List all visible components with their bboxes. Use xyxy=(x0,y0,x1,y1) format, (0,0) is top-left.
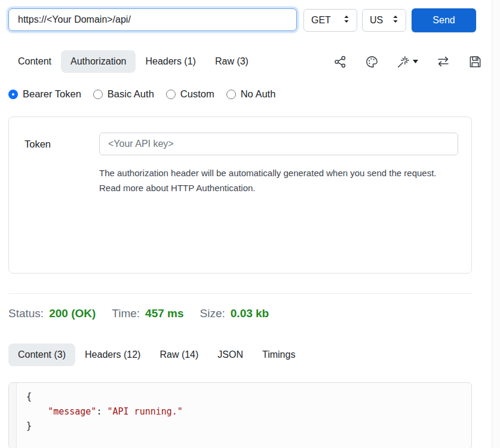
section-divider xyxy=(8,293,472,294)
token-field-row: Token xyxy=(24,133,458,155)
code-gutter xyxy=(9,383,17,448)
magic-wand-icon[interactable] xyxy=(397,55,418,69)
method-select[interactable]: GET xyxy=(303,9,357,32)
tab-raw[interactable]: Raw (3) xyxy=(205,50,258,73)
scrollbar-gutter xyxy=(492,0,500,448)
auth-option-no-auth[interactable]: No Auth xyxy=(226,88,276,100)
status-value: 200 (OK) xyxy=(49,307,96,320)
bearer-token-panel: Token The authorization header will be a… xyxy=(8,116,472,274)
swap-arrows-icon[interactable] xyxy=(436,54,450,69)
response-body-viewer[interactable]: { "message": "API running."} xyxy=(8,382,472,448)
size-group: Size: 0.03 kb xyxy=(200,307,269,320)
token-help-text: The authorization header will be automat… xyxy=(99,165,458,195)
send-button[interactable]: Send xyxy=(412,8,476,32)
tab-content[interactable]: Content xyxy=(8,50,61,73)
auth-option-bearer-token[interactable]: Bearer Token xyxy=(8,88,81,100)
auth-option-custom[interactable]: Custom xyxy=(166,88,214,100)
method-select-value: GET xyxy=(311,15,331,26)
response-tab-content[interactable]: Content (3) xyxy=(8,343,75,366)
response-status-row: Status: 200 (OK) Time: 457 ms Size: 0.03… xyxy=(8,307,500,320)
token-label: Token xyxy=(24,139,99,150)
status-group: Status: 200 (OK) xyxy=(8,307,96,320)
toolbar-icons xyxy=(333,54,482,69)
palette-icon[interactable] xyxy=(365,55,379,69)
radio-unchecked-icon[interactable] xyxy=(93,90,103,99)
updown-arrows-icon xyxy=(392,15,398,26)
status-label: Status: xyxy=(8,307,44,320)
response-tab-raw[interactable]: Raw (14) xyxy=(150,343,208,366)
main-content: GET US Send Content Authorization Header… xyxy=(0,0,500,448)
size-value: 0.03 kb xyxy=(231,307,269,320)
time-value: 457 ms xyxy=(145,307,183,320)
auth-option-label: Custom xyxy=(180,88,214,100)
time-group: Time: 457 ms xyxy=(112,307,183,320)
tab-headers[interactable]: Headers (1) xyxy=(136,50,205,73)
region-select[interactable]: US xyxy=(362,9,406,32)
auth-option-basic-auth[interactable]: Basic Auth xyxy=(93,88,154,100)
url-input[interactable] xyxy=(8,8,297,31)
response-tab-json[interactable]: JSON xyxy=(208,343,253,366)
auth-option-label: Bearer Token xyxy=(23,88,81,100)
response-tab-headers[interactable]: Headers (12) xyxy=(75,343,150,366)
updown-arrows-icon xyxy=(343,15,349,26)
chevron-down-icon xyxy=(413,60,418,63)
time-label: Time: xyxy=(112,307,140,320)
request-tabs: Content Authorization Headers (1) Raw (3… xyxy=(8,50,500,73)
radio-unchecked-icon[interactable] xyxy=(166,90,176,99)
radio-unchecked-icon[interactable] xyxy=(226,90,236,99)
response-tabs: Content (3) Headers (12) Raw (14) JSON T… xyxy=(8,343,500,366)
region-select-value: US xyxy=(370,15,383,26)
response-tab-timings[interactable]: Timings xyxy=(253,343,305,366)
auth-option-label: No Auth xyxy=(241,88,276,100)
auth-type-options: Bearer Token Basic Auth Custom No Auth xyxy=(8,88,500,100)
auth-option-label: Basic Auth xyxy=(108,88,154,100)
share-icon[interactable] xyxy=(333,55,347,69)
save-icon[interactable] xyxy=(468,55,482,69)
response-json-body: { "message": "API running."} xyxy=(17,383,192,448)
radio-checked-icon[interactable] xyxy=(8,90,18,99)
token-input[interactable] xyxy=(99,133,458,155)
request-bar: GET US Send xyxy=(8,8,500,32)
tab-authorization[interactable]: Authorization xyxy=(61,50,136,73)
size-label: Size: xyxy=(200,307,225,320)
